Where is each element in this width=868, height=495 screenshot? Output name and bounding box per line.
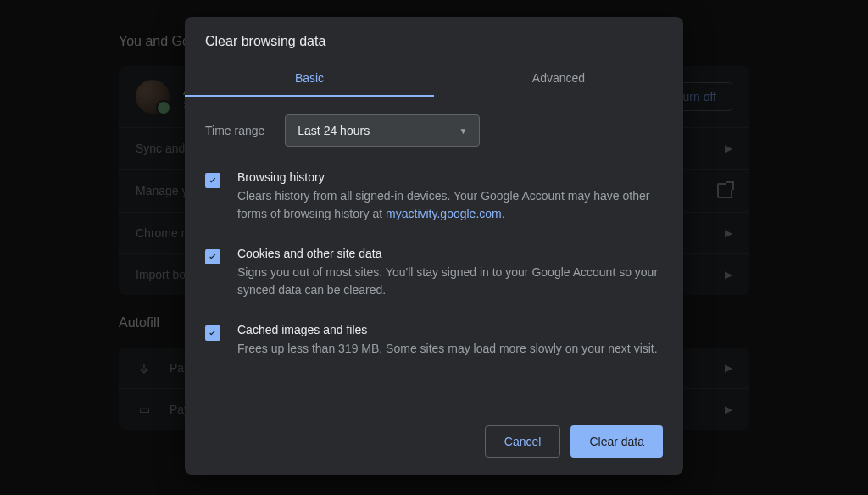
chevron-right-icon: ▶	[725, 269, 732, 281]
checkbox-desc: Signs you out of most sites. You'll stay…	[237, 264, 663, 299]
tab-basic[interactable]: Basic	[185, 59, 434, 97]
check-icon	[207, 175, 219, 186]
checkbox-cache[interactable]	[205, 325, 220, 341]
clear-data-button[interactable]: Clear data	[570, 425, 663, 458]
chevron-right-icon: ▶	[725, 403, 732, 415]
clear-browsing-data-dialog: Clear browsing data Basic Advanced Time …	[185, 17, 683, 475]
checkbox-item-cache: Cached images and files Frees up less th…	[205, 323, 663, 358]
checkbox-desc: Frees up less than 319 MB. Some sites ma…	[237, 340, 663, 358]
checkbox-cookies[interactable]	[205, 249, 220, 264]
chevron-down-icon: ▼	[459, 126, 467, 136]
time-range-row: Time range Last 24 hours ▼	[205, 114, 663, 147]
checkbox-item-browsing-history: Browsing history Clears history from all…	[205, 170, 663, 223]
checkbox-title: Browsing history	[237, 170, 663, 184]
myactivity-link[interactable]: myactivity.google.com	[386, 207, 502, 220]
dialog-tabs: Basic Advanced	[185, 59, 683, 97]
checkbox-desc: Clears history from all signed-in device…	[237, 187, 663, 223]
external-link-icon	[717, 183, 732, 198]
chevron-right-icon: ▶	[725, 142, 732, 154]
checkbox-browsing-history[interactable]	[205, 173, 220, 188]
key-icon: ⚶	[136, 361, 153, 375]
time-range-select[interactable]: Last 24 hours ▼	[285, 114, 480, 147]
cancel-button[interactable]: Cancel	[485, 425, 561, 458]
card-icon: ▭	[136, 403, 153, 416]
checkbox-item-cookies: Cookies and other site data Signs you ou…	[205, 247, 663, 299]
chevron-right-icon: ▶	[725, 227, 732, 239]
dialog-title: Clear browsing data	[185, 17, 683, 59]
checkbox-title: Cookies and other site data	[237, 247, 663, 260]
time-range-label: Time range	[205, 124, 264, 137]
time-range-value: Last 24 hours	[298, 124, 370, 137]
dialog-body: Time range Last 24 hours ▼ Browsing hist…	[185, 97, 683, 412]
chevron-right-icon: ▶	[725, 362, 732, 374]
check-icon	[207, 251, 219, 263]
check-icon	[207, 327, 219, 339]
tab-advanced[interactable]: Advanced	[434, 59, 683, 97]
checkbox-title: Cached images and files	[237, 323, 663, 336]
dialog-footer: Cancel Clear data	[185, 412, 683, 475]
avatar	[136, 80, 170, 114]
